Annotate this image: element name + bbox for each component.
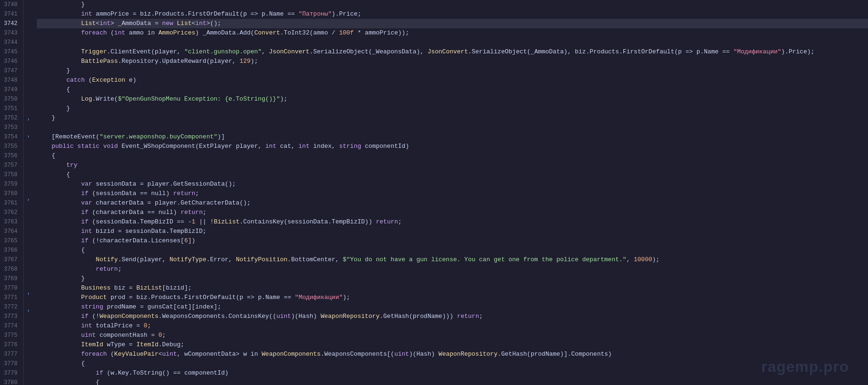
indent [37, 378, 96, 385]
code-line: if (sessionData.TempBizID == -1 || !BizL… [37, 217, 868, 227]
code-text: { [51, 151, 55, 161]
fold-arrow [25, 299, 32, 307]
line-number: 3754 [4, 132, 19, 142]
fold-arrow [25, 8, 32, 15]
code-text [81, 38, 85, 47]
line-number: 3749 [4, 85, 19, 94]
line-number: 3775 [4, 331, 19, 340]
code-text: List<int> _AmmoData = new List<int>(); [81, 19, 221, 28]
line-number: 3743 [4, 28, 19, 38]
code-line: if (sessionData == null) return; [37, 189, 868, 198]
code-line: catch (Exception e) [37, 76, 868, 85]
line-number: 3771 [4, 293, 19, 302]
code-line: } [37, 113, 868, 123]
code-text: } [81, 0, 85, 9]
code-text: catch (Exception e) [66, 76, 136, 85]
line-number: 3740 [4, 0, 19, 9]
code-line [37, 123, 868, 132]
code-text: string prodName = gunsCat[cat][index]; [81, 302, 221, 312]
code-text: if (w.Key.ToString() == componentId) [96, 368, 229, 378]
line-number: 3752 [4, 113, 19, 123]
indent [37, 255, 96, 265]
line-number: 3765 [4, 236, 19, 246]
fold-gutter[interactable]: ››››› [24, 0, 33, 385]
indent [37, 321, 81, 331]
code-text: return; [96, 265, 122, 274]
code-text: if (!WeaponComponents.WeaponsComponents.… [81, 312, 483, 321]
line-number: 3764 [4, 227, 19, 236]
code-line: Product prod = biz.Products.FirstOrDefau… [37, 293, 868, 302]
code-line: { [37, 151, 868, 161]
fold-arrow [25, 61, 32, 69]
fold-arrow [25, 339, 32, 347]
fold-arrow [25, 331, 32, 339]
line-number: 3746 [4, 57, 19, 66]
code-text: { [96, 378, 100, 385]
fold-arrow [25, 85, 32, 92]
code-line: } [37, 0, 868, 9]
indent [37, 340, 81, 350]
fold-arrow [25, 100, 32, 107]
fold-arrow[interactable]: › [25, 196, 32, 205]
indent [37, 350, 81, 359]
fold-arrow [25, 23, 32, 31]
indent [37, 274, 81, 283]
fold-arrow [25, 165, 32, 172]
code-text: { [81, 359, 85, 368]
line-number: 3753 [4, 123, 19, 132]
line-numbers-gutter: 3740374137423743374437453746374737483749… [0, 0, 24, 385]
code-text: int ammoPrice = biz.Products.FirstOrDefa… [81, 9, 361, 19]
indent [37, 161, 66, 170]
code-text: ItemId wType = ItemId.Debug; [81, 340, 185, 350]
line-number: 3777 [4, 350, 19, 359]
line-number: 3748 [4, 76, 19, 85]
code-editor: 3740374137423743374437453746374737483749… [0, 0, 868, 385]
code-line: var characterData = player.GetCharacterD… [37, 198, 868, 208]
code-text: var characterData = player.GetCharacterD… [81, 198, 251, 208]
fold-arrow [25, 266, 32, 274]
fold-arrow [25, 228, 32, 236]
line-number: 3744 [4, 38, 19, 47]
indent [37, 9, 81, 19]
code-line: BattlePass.Repository.UpdateReward(playe… [37, 57, 868, 66]
code-line: if (characterData == null) return; [37, 208, 868, 217]
indent [37, 312, 81, 321]
indent [37, 236, 81, 246]
fold-arrow [25, 236, 32, 243]
code-line: public static void Event_WShopComponent(… [37, 142, 868, 151]
line-number: 3763 [4, 217, 19, 227]
code-text: uint componentHash = 0; [81, 331, 166, 340]
indent [37, 170, 66, 180]
code-line: } [37, 274, 868, 283]
fold-arrow[interactable]: › [25, 307, 32, 316]
indent [37, 85, 66, 94]
indent [37, 359, 81, 368]
code-text: if (sessionData.TempBizID == -1 || !BizL… [81, 217, 402, 227]
fold-arrow [25, 259, 32, 266]
indent [37, 180, 81, 189]
code-line: List<int> _AmmoData = new List<int>(); [37, 19, 868, 28]
code-area: 3740374137423743374437453746374737483749… [0, 0, 868, 385]
fold-arrow [25, 324, 32, 331]
line-number: 3780 [4, 378, 19, 385]
fold-arrow [25, 77, 32, 85]
fold-arrow [25, 54, 32, 61]
line-number: 3745 [4, 47, 19, 57]
fold-arrow[interactable]: › [25, 290, 32, 299]
line-number: 3755 [4, 142, 19, 151]
code-text: int totalPrice = 0; [81, 321, 151, 331]
fold-arrow [25, 354, 32, 362]
code-line: if (!WeaponComponents.WeaponsComponents.… [37, 312, 868, 321]
indent [37, 76, 66, 85]
fold-arrow[interactable]: › [25, 115, 32, 125]
fold-arrow[interactable]: › [25, 132, 32, 142]
fold-arrow [25, 274, 32, 282]
indent [37, 217, 81, 227]
line-number: 3773 [4, 312, 19, 321]
line-number: 3770 [4, 283, 19, 293]
indent [37, 0, 81, 9]
code-text: } [51, 113, 55, 123]
code-line: Trigger.ClientEvent(player, "client.guns… [37, 47, 868, 57]
code-line: foreach (KeyValuePair<uint, wComponentDa… [37, 350, 868, 359]
code-line: int bizid = sessionData.TempBizID; [37, 227, 868, 236]
